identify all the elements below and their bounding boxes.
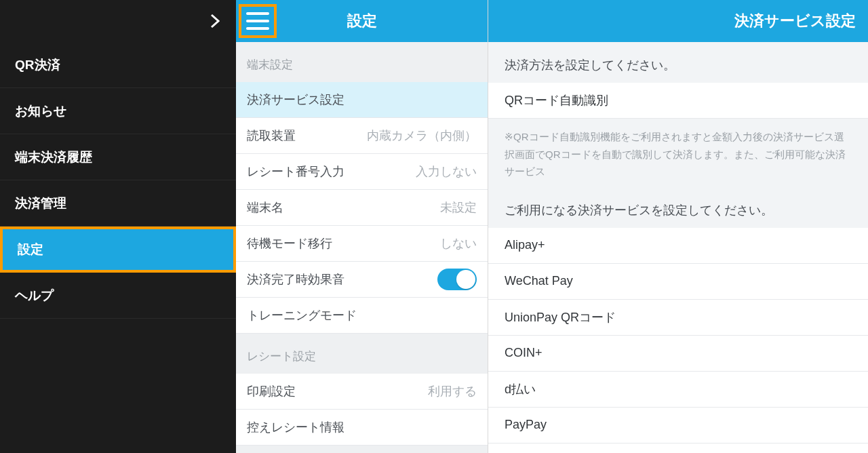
section-header-terminal: 端末設定 xyxy=(236,42,488,82)
row-label: 控えレシート情報 xyxy=(247,419,344,435)
row-reader[interactable]: 読取装置 内蔵カメラ（内側） xyxy=(236,118,488,154)
row-value: 入力しない xyxy=(416,163,477,180)
sidebar-item-label: QR決済 xyxy=(15,56,60,74)
row-label: 印刷設定 xyxy=(247,383,296,399)
row-label: 読取装置 xyxy=(247,127,296,144)
sidebar-item-label: 設定 xyxy=(18,241,43,258)
service-row-linepay[interactable]: LINE Pay xyxy=(488,444,868,454)
section-header-receipt: レシート設定 xyxy=(236,334,488,374)
sound-toggle[interactable] xyxy=(437,269,477,290)
sidebar-item-settings[interactable]: 設定 xyxy=(0,226,236,273)
detail-panel: 決済サービス設定 決済方法を設定してください。 QRコード自動識別 ※QRコード… xyxy=(488,0,868,453)
detail-title: 決済サービス設定 xyxy=(488,0,868,42)
row-label: PayPay xyxy=(505,418,547,432)
row-label: d払い xyxy=(505,381,536,397)
row-label: UnionPay QRコード xyxy=(505,309,616,326)
sidebar: QR決済 お知らせ 端末決済履歴 決済管理 設定 ヘルプ xyxy=(0,0,236,453)
row-label: QRコード自動識別 xyxy=(505,92,608,109)
sidebar-item-qr-payment[interactable]: QR決済 xyxy=(0,42,236,88)
row-label: COIN+ xyxy=(505,346,542,360)
service-row-wechat[interactable]: WeChat Pay xyxy=(488,264,868,300)
payment-services-prompt: ご利用になる決済サービスを設定してください。 xyxy=(488,187,868,228)
service-row-dbarai[interactable]: d払い xyxy=(488,372,868,408)
service-row-alipay[interactable]: Alipay+ xyxy=(488,228,868,264)
row-value: しない xyxy=(440,235,477,252)
sidebar-item-label: 端末決済履歴 xyxy=(15,149,92,166)
sidebar-item-label: 決済管理 xyxy=(15,195,66,212)
payment-method-prompt: 決済方法を設定してください。 xyxy=(488,42,868,83)
settings-panel: 設定 端末設定 決済サービス設定 読取装置 内蔵カメラ（内側） レシート番号入力… xyxy=(236,0,488,453)
hamburger-icon xyxy=(246,12,269,30)
row-completion-sound[interactable]: 決済完了時効果音 xyxy=(236,262,488,298)
row-terminal-name[interactable]: 端末名 未設定 xyxy=(236,190,488,226)
row-standby-mode[interactable]: 待機モード移行 しない xyxy=(236,226,488,262)
sidebar-item-history[interactable]: 端末決済履歴 xyxy=(0,134,236,180)
row-copy-receipt[interactable]: 控えレシート情報 xyxy=(236,410,488,446)
row-label: WeChat Pay xyxy=(505,274,573,288)
row-label: 決済完了時効果音 xyxy=(247,271,344,288)
menu-button[interactable] xyxy=(239,4,277,38)
settings-header: 設定 xyxy=(236,0,488,42)
row-label: レシート番号入力 xyxy=(247,163,344,180)
row-training-mode[interactable]: トレーニングモード xyxy=(236,298,488,334)
row-label: Alipay+ xyxy=(505,238,545,252)
chevron-right-icon xyxy=(210,14,220,28)
row-value: 内蔵カメラ（内側） xyxy=(367,127,477,144)
sidebar-collapse[interactable] xyxy=(0,0,236,42)
sidebar-item-news[interactable]: お知らせ xyxy=(0,88,236,134)
qr-auto-note: ※QRコード自動識別機能をご利用されますと金額入力後の決済サービス選択画面でQR… xyxy=(488,119,868,187)
sidebar-item-help[interactable]: ヘルプ xyxy=(0,273,236,319)
row-qr-auto-detect[interactable]: QRコード自動識別 xyxy=(488,83,868,119)
row-receipt-number[interactable]: レシート番号入力 入力しない xyxy=(236,154,488,190)
row-payment-service[interactable]: 決済サービス設定 xyxy=(236,82,488,118)
row-value: 利用する xyxy=(428,383,477,399)
row-label: 端末名 xyxy=(247,199,283,216)
toggle-knob xyxy=(456,270,475,289)
service-row-coinplus[interactable]: COIN+ xyxy=(488,336,868,372)
row-label: 決済サービス設定 xyxy=(247,92,344,108)
sidebar-item-label: お知らせ xyxy=(15,102,66,120)
row-label: 待機モード移行 xyxy=(247,235,332,252)
service-row-paypay[interactable]: PayPay xyxy=(488,408,868,444)
service-row-unionpay[interactable]: UnionPay QRコード xyxy=(488,300,868,336)
row-label: トレーニングモード xyxy=(247,307,357,323)
sidebar-item-label: ヘルプ xyxy=(15,287,54,304)
sidebar-item-payment-admin[interactable]: 決済管理 xyxy=(0,180,236,226)
row-value: 未設定 xyxy=(440,199,477,216)
row-print-settings[interactable]: 印刷設定 利用する xyxy=(236,374,488,410)
